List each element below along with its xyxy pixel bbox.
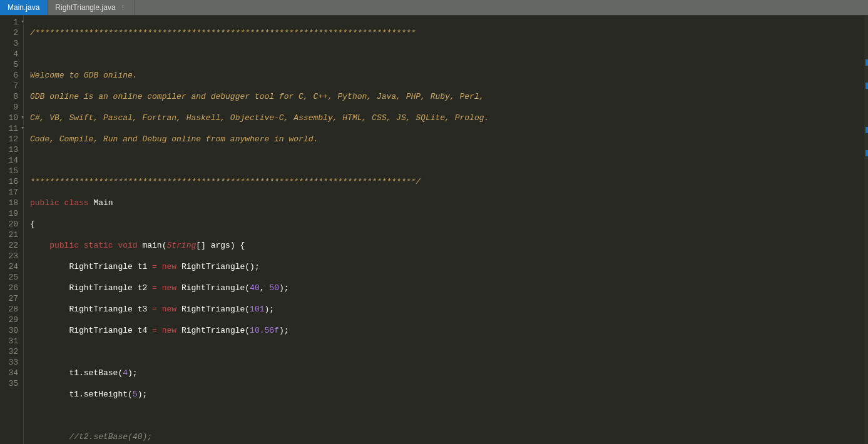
tab-righttriangle-java[interactable]: RightTriangle.java ⋮ <box>48 0 134 15</box>
line-number: 8 <box>3 91 18 102</box>
line-number: 16 <box>3 176 18 187</box>
line-number: 34 <box>3 368 18 378</box>
line-number: 31 <box>3 336 18 346</box>
code-text: RightTriangle(); <box>176 262 260 271</box>
tab-menu-icon[interactable]: ⋮ <box>120 4 126 12</box>
code-text <box>157 262 162 271</box>
line-number: 14 <box>3 155 18 166</box>
code-text: ); <box>279 283 289 293</box>
code-text: RightTriangle( <box>176 283 250 293</box>
code-text: 50 <box>269 283 279 293</box>
code-text: new <box>162 326 176 335</box>
code-text: 101 <box>250 305 264 314</box>
code-text: 4 <box>123 368 128 378</box>
line-number: 29 <box>3 315 18 325</box>
line-number: 33 <box>3 357 18 368</box>
tab-main-java[interactable]: Main.java <box>0 0 48 15</box>
code-text <box>30 347 69 356</box>
code-text: t1.setBase( <box>30 368 123 378</box>
code-text: C#, VB, Swift, Pascal, Fortran, Haskell,… <box>30 113 489 123</box>
line-number: 28 <box>3 304 18 315</box>
line-number: 6 <box>3 70 18 81</box>
line-number: 24 <box>3 261 18 272</box>
tab-label: Main.java <box>8 3 39 12</box>
code-text: static <box>79 241 113 250</box>
line-number: 21 <box>3 230 18 240</box>
scroll-marker[interactable] <box>865 127 868 133</box>
line-number: 5 <box>3 59 18 70</box>
code-area[interactable]: /***************************************… <box>24 16 868 444</box>
line-number: 7 <box>3 81 18 91</box>
scroll-marker[interactable] <box>865 150 868 156</box>
code-text: class <box>59 198 89 208</box>
line-number: 18 <box>3 198 18 208</box>
code-text: ); <box>128 368 138 378</box>
line-number: 35 <box>3 378 18 389</box>
code-text: RightTriangle t2 <box>30 283 152 293</box>
code-text: 10.56f <box>250 326 279 335</box>
code-text: 40 <box>250 283 260 293</box>
line-number: 2 <box>3 28 18 38</box>
code-text: ); <box>265 305 275 314</box>
line-number: 19 <box>3 208 18 219</box>
code-text: /***************************************… <box>30 28 416 38</box>
code-text: RightTriangle t4 <box>30 326 152 335</box>
line-number: 22 <box>3 240 18 251</box>
scroll-marker[interactable] <box>865 83 868 89</box>
code-text: = <box>152 305 157 314</box>
code-text: Main <box>89 198 113 208</box>
code-text <box>157 305 162 314</box>
code-text: 5 <box>133 390 138 399</box>
code-text: Code, Compile, Run and Debug online from… <box>30 134 318 144</box>
code-text: = <box>152 262 157 271</box>
code-text <box>157 283 162 293</box>
code-text <box>157 326 162 335</box>
code-text: //t2.setBase(40); <box>30 432 152 441</box>
tab-label: RightTriangle.java <box>55 3 115 12</box>
code-text: = <box>152 326 157 335</box>
scroll-marker[interactable] <box>865 59 868 66</box>
line-number: 4 <box>3 49 18 59</box>
code-text: GDB online is an online compiler and deb… <box>30 92 484 101</box>
code-text: = <box>152 283 157 293</box>
code-text: t1.setHeight( <box>30 390 133 399</box>
line-number: 25 <box>3 272 18 283</box>
line-number: 17 <box>3 187 18 198</box>
line-number: 15 <box>3 166 18 176</box>
code-text: Welcome to GDB online. <box>30 71 138 80</box>
code-text: public <box>30 241 79 250</box>
code-text: ); <box>138 390 148 399</box>
code-text: void <box>113 241 138 250</box>
line-number-gutter: 1234567891011121314151617181920212223242… <box>0 16 24 444</box>
line-number: 11 <box>3 123 18 134</box>
code-text: new <box>162 283 176 293</box>
line-number: 26 <box>3 283 18 293</box>
code-text: String <box>166 241 196 250</box>
editor[interactable]: 1234567891011121314151617181920212223242… <box>0 16 868 444</box>
code-text: [] args) { <box>196 241 245 250</box>
line-number: 12 <box>3 134 18 144</box>
code-text: ); <box>279 326 289 335</box>
code-text: RightTriangle t3 <box>30 305 152 314</box>
code-text: main <box>138 241 162 250</box>
code-text: public <box>30 198 59 208</box>
code-text: new <box>162 262 176 271</box>
code-text: RightTriangle t1 <box>30 262 152 271</box>
scrollbar-markers[interactable] <box>864 16 868 444</box>
line-number: 27 <box>3 293 18 304</box>
code-text: , <box>260 283 270 293</box>
code-text: new <box>162 305 176 314</box>
line-number: 3 <box>3 38 18 49</box>
code-text: RightTriangle( <box>176 326 250 335</box>
line-number: 13 <box>3 144 18 155</box>
line-number: 10 <box>3 113 18 123</box>
line-number: 1 <box>3 17 18 28</box>
line-number: 9 <box>3 102 18 113</box>
tabs-bar: Main.java RightTriangle.java ⋮ <box>0 0 868 16</box>
code-text <box>30 411 69 420</box>
code-text: { <box>30 219 35 229</box>
code-text: RightTriangle( <box>176 305 250 314</box>
line-number: 20 <box>3 219 18 230</box>
code-text: ****************************************… <box>30 177 421 186</box>
line-number: 32 <box>3 346 18 357</box>
